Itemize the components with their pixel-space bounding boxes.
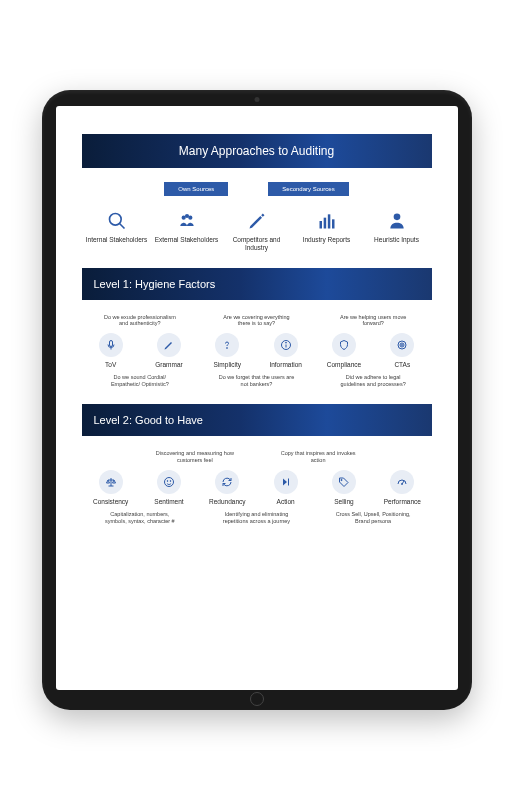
scales-icon bbox=[99, 470, 123, 494]
approach-item: Heuristic Inputs bbox=[362, 210, 432, 252]
question-text: Do we sound Cordial/ Empathetic/ Optimis… bbox=[100, 374, 180, 388]
svg-point-4 bbox=[184, 214, 188, 218]
search-icon bbox=[106, 210, 128, 232]
level1-questions-top: Do we exude professionalism and authenti… bbox=[82, 314, 432, 328]
svg-point-20 bbox=[170, 480, 171, 481]
approach-label: External Stakeholders bbox=[155, 236, 219, 244]
group-icon bbox=[176, 210, 198, 232]
secondary-sources-tag: Secondary Sources bbox=[268, 182, 348, 196]
item-label: Simplicity bbox=[214, 361, 241, 368]
svg-point-0 bbox=[109, 214, 121, 226]
svg-point-14 bbox=[285, 343, 286, 344]
question-text: Did we adhere to legal guidelines and pr… bbox=[333, 374, 413, 388]
question-text: Copy that inspires and invokes action bbox=[278, 450, 358, 464]
item-label: Consistency bbox=[93, 498, 128, 505]
list-item: Performance bbox=[373, 470, 431, 505]
svg-point-23 bbox=[402, 483, 403, 484]
level2-title: Level 2: Good to Have bbox=[94, 414, 203, 426]
svg-point-11 bbox=[227, 348, 228, 349]
question-text: Cross Sell, Upsell, Positioning, Brand p… bbox=[333, 511, 413, 525]
smile-icon bbox=[157, 470, 181, 494]
svg-rect-7 bbox=[327, 214, 330, 228]
list-item: Redundancy bbox=[198, 470, 256, 505]
forward-icon bbox=[274, 470, 298, 494]
list-item: Sentiment bbox=[140, 470, 198, 505]
source-tags-row: Own Sources Secondary Sources bbox=[82, 182, 432, 196]
item-label: Sentiment bbox=[154, 498, 183, 505]
level2-questions-bottom: Capitalization, numbers, symbols, syntax… bbox=[82, 511, 432, 525]
item-label: Grammar bbox=[155, 361, 182, 368]
approach-item: Competitors and Industry bbox=[222, 210, 292, 252]
approach-label: Internal Stakeholders bbox=[86, 236, 147, 244]
approach-item: External Stakeholders bbox=[152, 210, 222, 252]
screen: Many Approaches to Auditing Own Sources … bbox=[56, 106, 458, 690]
item-label: Redundancy bbox=[209, 498, 246, 505]
info-icon bbox=[274, 333, 298, 357]
camera-dot bbox=[254, 97, 259, 102]
item-label: Information bbox=[269, 361, 302, 368]
svg-point-18 bbox=[164, 477, 173, 486]
svg-rect-5 bbox=[319, 221, 322, 229]
approach-label: Industry Reports bbox=[303, 236, 351, 244]
item-label: Compliance bbox=[327, 361, 361, 368]
main-title-banner: Many Approaches to Auditing bbox=[82, 134, 432, 168]
approach-item: Internal Stakeholders bbox=[82, 210, 152, 252]
svg-point-9 bbox=[393, 214, 400, 221]
tag-icon bbox=[332, 470, 356, 494]
item-label: Selling bbox=[334, 498, 354, 505]
list-item: Action bbox=[256, 470, 314, 505]
question-text: Are we helping users move forward? bbox=[333, 314, 413, 328]
level2-items-row: Consistency Sentiment Redundancy Action … bbox=[82, 470, 432, 505]
svg-rect-10 bbox=[109, 341, 112, 347]
list-item: Information bbox=[256, 333, 314, 368]
question-text: Capitalization, numbers, symbols, syntax… bbox=[100, 511, 180, 525]
question-text: Do we forget that the users are not bank… bbox=[216, 374, 296, 388]
svg-rect-6 bbox=[323, 218, 326, 229]
svg-point-19 bbox=[167, 480, 168, 481]
level1-section: Level 1: Hygiene Factors Do we exude pro… bbox=[82, 268, 432, 389]
list-item: CTAs bbox=[373, 333, 431, 368]
own-sources-tag: Own Sources bbox=[164, 182, 228, 196]
refresh-icon bbox=[215, 470, 239, 494]
question-text: Discovering and measuring how customers … bbox=[155, 450, 235, 464]
level1-title: Level 1: Hygiene Factors bbox=[94, 278, 216, 290]
voice-icon bbox=[99, 333, 123, 357]
item-label: Action bbox=[277, 498, 295, 505]
level1-banner: Level 1: Hygiene Factors bbox=[82, 268, 432, 300]
svg-point-21 bbox=[341, 479, 342, 480]
level2-banner: Level 2: Good to Have bbox=[82, 404, 432, 436]
level2-questions-top: Discovering and measuring how customers … bbox=[82, 450, 432, 464]
level1-items-row: ToV Grammar Simplicity Information Compl… bbox=[82, 333, 432, 368]
approach-item: Industry Reports bbox=[292, 210, 362, 252]
list-item: Grammar bbox=[140, 333, 198, 368]
approach-label: Heuristic Inputs bbox=[374, 236, 419, 244]
shield-icon bbox=[332, 333, 356, 357]
svg-line-1 bbox=[119, 224, 124, 229]
list-item: Simplicity bbox=[198, 333, 256, 368]
question-icon bbox=[215, 333, 239, 357]
tablet-frame: Many Approaches to Auditing Own Sources … bbox=[42, 90, 472, 710]
list-item: ToV bbox=[82, 333, 140, 368]
main-title: Many Approaches to Auditing bbox=[179, 144, 334, 158]
item-label: ToV bbox=[105, 361, 116, 368]
svg-rect-8 bbox=[332, 219, 335, 228]
list-item: Consistency bbox=[82, 470, 140, 505]
gauge-icon bbox=[390, 470, 414, 494]
home-button bbox=[250, 692, 264, 706]
question-text: Do we exude professionalism and authenti… bbox=[100, 314, 180, 328]
pencil-icon bbox=[157, 333, 181, 357]
pencil-icon bbox=[246, 210, 268, 232]
list-item: Selling bbox=[315, 470, 373, 505]
barchart-icon bbox=[316, 210, 338, 232]
list-item: Compliance bbox=[315, 333, 373, 368]
item-label: Performance bbox=[384, 498, 421, 505]
person-icon bbox=[386, 210, 408, 232]
svg-point-17 bbox=[402, 345, 403, 346]
target-icon bbox=[390, 333, 414, 357]
question-text: Identifying and eliminating repetitions … bbox=[216, 511, 296, 525]
approaches-row: Internal Stakeholders External Stakehold… bbox=[82, 210, 432, 252]
item-label: CTAs bbox=[394, 361, 410, 368]
approach-label: Competitors and Industry bbox=[222, 236, 292, 252]
question-text: Are we covering everything there is to s… bbox=[216, 314, 296, 328]
level1-questions-bottom: Do we sound Cordial/ Empathetic/ Optimis… bbox=[82, 374, 432, 388]
